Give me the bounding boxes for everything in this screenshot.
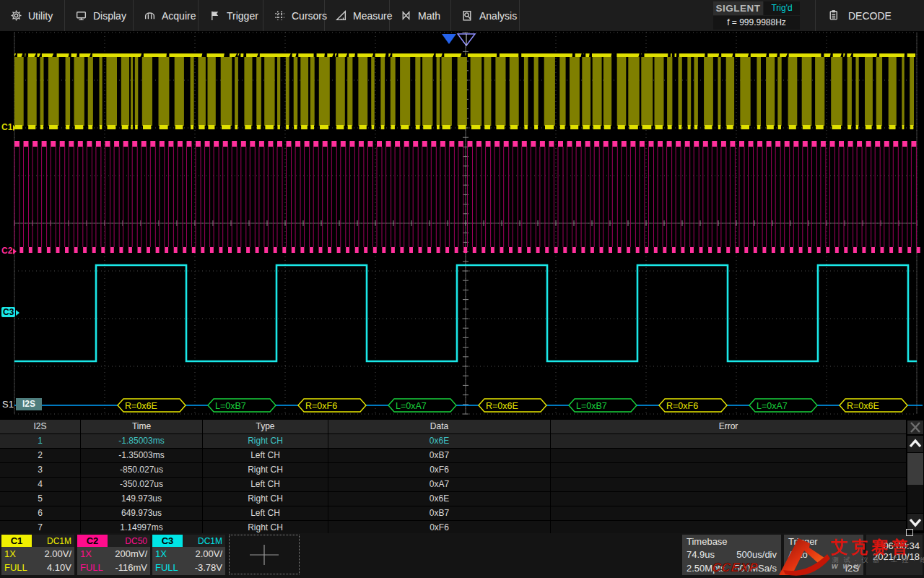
table-row[interactable]: 1-1.85003msRight CH0x6E <box>0 434 907 449</box>
oscilloscope-screen: UtilityDisplayAcquireTriggerCursorsMeasu… <box>0 0 924 578</box>
trigger-title: Trigger <box>788 535 859 548</box>
menu-item-math[interactable]: Math <box>390 0 451 31</box>
timebase-delay: 74.9us <box>687 548 715 561</box>
decode-bubble: L=0xA7 <box>388 399 456 412</box>
menu-item-utility[interactable]: Utility <box>0 0 65 31</box>
menu-item-label: Utility <box>28 10 53 22</box>
table-close-button[interactable] <box>907 420 923 434</box>
table-row[interactable]: 3-850.027usRight CH0xF6 <box>0 463 907 478</box>
analysis-icon <box>461 9 474 22</box>
table-scroll-down-button[interactable] <box>907 514 923 530</box>
channel-info-box-c1[interactable]: C1DC1M1X2.00V/FULL4.10V <box>1 535 74 575</box>
channel-offset: -116mV <box>115 561 147 574</box>
timebase-points: 2.50Mpts <box>687 561 725 575</box>
grid-horizontal-lines <box>14 33 917 414</box>
table-cell: -350.027us <box>81 478 203 491</box>
channel-coupling: DC1M <box>198 536 225 546</box>
chevron-up-icon <box>907 436 923 452</box>
trigger-delay-marker[interactable] <box>442 34 456 44</box>
timebase-scale: 500us/div <box>736 548 777 561</box>
add-channel-placeholder[interactable] <box>229 535 300 574</box>
flag-icon <box>209 9 221 22</box>
axis-ticks-horizontal <box>14 220 917 226</box>
channel-label-text: C2 <box>1 246 12 256</box>
decode-result-table: I2STimeTypeDataError1-1.85003msRight CH0… <box>0 420 907 535</box>
timebase-box[interactable]: Timebase 74.9us 500us/div 2.50Mpts 500MS… <box>682 535 781 575</box>
menu-item-analysis[interactable]: Analysis <box>451 0 520 31</box>
table-scroll-up-button[interactable] <box>907 436 923 452</box>
c2-waveform-edges <box>14 147 916 247</box>
menu-item-measure[interactable]: Measure <box>325 0 390 31</box>
table-cell: 2 <box>0 449 81 462</box>
cursors-icon <box>274 9 286 22</box>
channel-coupling: DC50 <box>125 536 150 546</box>
status-cluster: SIGLENT Trig'd f = 999.9988Hz <box>713 1 800 30</box>
svg-text:R=0xF6: R=0xF6 <box>666 401 698 411</box>
channel-scale: 2.00V/ <box>195 547 222 561</box>
table-cell: 1 <box>0 434 81 448</box>
trigger-box[interactable]: Trigger Auto I2S <box>784 535 863 575</box>
clock-time: 06:00:34 <box>866 540 920 551</box>
math-icon <box>400 9 412 22</box>
crosshair-icon <box>230 535 299 574</box>
trigger-position-marker[interactable] <box>458 34 475 46</box>
svg-text:R=0x6E: R=0x6E <box>486 401 518 411</box>
table-cell: Left CH <box>203 506 328 520</box>
table-cell <box>551 492 907 506</box>
table-cell <box>551 506 907 520</box>
menu-item-acquire[interactable]: Acquire <box>134 0 199 31</box>
table-cell <box>551 449 907 462</box>
menu-item-display[interactable]: Display <box>65 0 134 31</box>
channel-1-position-label[interactable]: C1 <box>1 122 17 132</box>
menu-item-cursors[interactable]: Cursors <box>263 0 325 31</box>
table-row[interactable]: 6649.973usLeft CH0xB7 <box>0 506 907 521</box>
gear-icon <box>10 9 22 22</box>
table-cell: 649.973us <box>81 506 203 520</box>
menu-item-trigger[interactable]: Trigger <box>199 0 263 31</box>
channel-attenuation: 1X <box>80 547 92 561</box>
channel-badge: C1 <box>1 535 32 547</box>
channel-attenuation: 1X <box>155 547 167 561</box>
table-scrollbar-thumb[interactable] <box>907 453 923 485</box>
table-cell: -1.35003ms <box>81 449 203 462</box>
table-cell: 0x6E <box>328 434 551 448</box>
table-cell: 5 <box>0 492 81 506</box>
table-cell: 6 <box>0 506 81 520</box>
table-cell <box>551 434 907 448</box>
decode-bus-protocol-badge[interactable]: I2S <box>16 398 42 410</box>
table-cell: 0xF6 <box>328 463 551 477</box>
axis-ticks-vertical <box>463 33 468 414</box>
clock-date: 2021/10/18 <box>866 551 920 562</box>
table-header-cell: Data <box>328 420 551 434</box>
channel-3-position-label[interactable]: C3 <box>1 307 19 317</box>
table-cell: 0x6E <box>328 492 551 506</box>
timebase-title: Timebase <box>687 535 777 548</box>
table-cell: Right CH <box>203 492 328 506</box>
table-cell <box>551 463 907 477</box>
channel-label-text: C3 <box>1 307 15 317</box>
channel-badge: C2 <box>77 535 108 547</box>
table-scrollbar-track[interactable] <box>907 453 923 513</box>
table-row[interactable]: 4-350.027usLeft CH0xA7 <box>0 478 907 492</box>
decode-tab[interactable]: DECODE <box>815 0 924 31</box>
table-row[interactable]: 5149.973usRight CH0x6E <box>0 492 907 506</box>
channel-info-box-c2[interactable]: C2DC501X200mV/FULL-116mV <box>77 535 150 575</box>
table-header-cell: I2S <box>0 420 81 434</box>
acquire-icon <box>144 9 156 22</box>
svg-text:L=0xA7: L=0xA7 <box>757 401 788 411</box>
channel-bandwidth: FULL <box>155 561 178 574</box>
trigger-mode: Auto <box>788 548 808 561</box>
table-row[interactable]: 2-1.35003msLeft CH0xB7 <box>0 449 907 463</box>
channel-info-box-c3[interactable]: C3DC1M1X2.00V/FULL-3.78V <box>152 535 225 575</box>
decode-bubble: R=0x6E <box>840 399 907 412</box>
channel-scale: 200mV/ <box>115 547 147 561</box>
table-cell: 149.973us <box>81 492 203 506</box>
channel-2-position-label[interactable]: C2 <box>1 246 17 256</box>
decode-bubble: R=0x6E <box>479 399 546 412</box>
channel-arrow-icon <box>13 249 17 254</box>
chevron-down-icon <box>907 514 923 530</box>
table-header-cell: Time <box>81 420 203 434</box>
table-cell: -1.85003ms <box>81 434 203 448</box>
c3-waveform <box>14 265 917 361</box>
table-header-row: I2STimeTypeDataError <box>0 420 907 434</box>
